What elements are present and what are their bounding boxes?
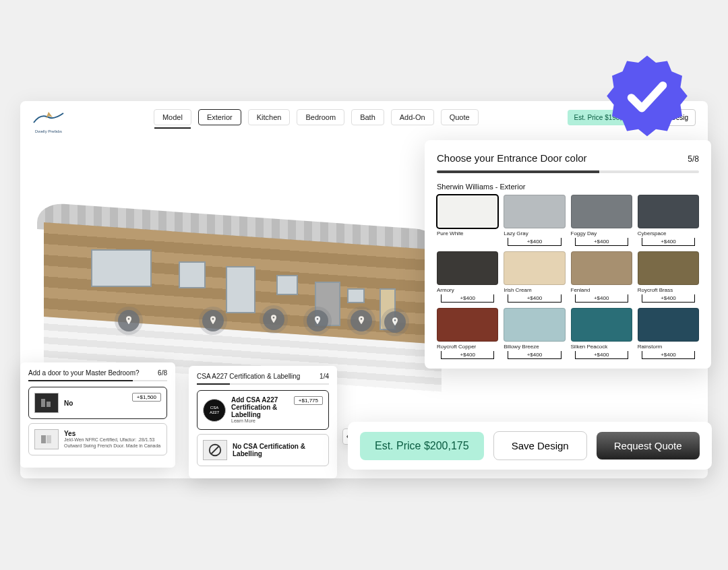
- swatch-grid: Pure WhiteLazy Gray+$400Foggy Day+$400Cy…: [437, 195, 699, 359]
- callout-b-step: 1/4: [320, 373, 329, 380]
- swatch-name: Pure White: [437, 230, 498, 236]
- swatch-chip[interactable]: [504, 308, 565, 342]
- swatch-name: Billowy Breeze: [504, 344, 565, 350]
- swatch-lazy-gray: Lazy Gray+$400: [504, 195, 565, 246]
- color-panel-step: 5/8: [688, 154, 699, 164]
- callout-a-progress: [28, 380, 167, 381]
- swatch-price: +$400: [508, 294, 561, 303]
- swatch-roycroft-copper: Roycroft Copper+$400: [437, 308, 498, 359]
- swatch-roycroft-brass: Roycroft Brass+$400: [638, 251, 699, 303]
- option-label: No: [64, 400, 127, 407]
- svg-rect-1: [47, 402, 51, 407]
- swatch-name: Roycroft Copper: [437, 344, 498, 350]
- option-desc: Jeld-Wen NFRC Certified, Ufactor: .28/1.…: [64, 437, 161, 449]
- brand-name: Dwelly Prefabs: [32, 129, 65, 133]
- svg-line-5: [212, 447, 219, 454]
- request-quote-button[interactable]: Request Quote: [597, 432, 700, 460]
- hotspot-icon[interactable]: [307, 310, 328, 331]
- swatch-pure-white: Pure White: [437, 195, 498, 246]
- option-price: +$1,500: [132, 393, 161, 402]
- swatch-cyberspace: Cyberspace+$400: [638, 195, 699, 246]
- tab-bedroom[interactable]: Bedroom: [297, 109, 344, 125]
- callout-csa-cert: CSA A227 Certification & Labelling 1/4 C…: [189, 366, 337, 478]
- swatch-chip[interactable]: [638, 251, 699, 285]
- swatch-chip[interactable]: [504, 195, 565, 228]
- house-window: [347, 288, 365, 303]
- swatch-irish-cream: Irish Cream+$400: [504, 251, 565, 303]
- estimate-price: Est. Price $200,175: [360, 432, 484, 460]
- tab-model[interactable]: Model: [154, 109, 191, 125]
- option-thumb-icon: [34, 393, 59, 413]
- swatch-chip[interactable]: [571, 308, 632, 342]
- swatch-group-label: Sherwin Williams - Exterior: [437, 183, 699, 191]
- option-label: No CSA Certification & Labelling: [233, 443, 323, 457]
- swatch-chip[interactable]: [571, 251, 632, 285]
- swatch-chip[interactable]: [437, 251, 498, 285]
- option-learn-more[interactable]: Learn More: [231, 418, 289, 424]
- ban-icon: [203, 440, 227, 460]
- swatch-price: +$400: [642, 294, 695, 303]
- cert-badge-icon: CSAA227: [203, 399, 226, 422]
- option-add-cert[interactable]: CSAA227 Add CSA A227 Certification & Lab…: [197, 390, 329, 430]
- swatch-price: +$400: [441, 351, 494, 359]
- option-price: +$1,775: [294, 396, 323, 405]
- swatch-fenland: Fenland+$400: [571, 251, 632, 303]
- option-thumb-icon: [34, 429, 59, 449]
- swatch-price: +$400: [508, 238, 561, 246]
- hotspot-icon[interactable]: [118, 310, 140, 331]
- swatch-price: +$400: [642, 351, 695, 359]
- swatch-chip[interactable]: [638, 195, 699, 228]
- bottom-action-bar: Est. Price $200,175 Save Design Request …: [348, 422, 712, 470]
- swatch-armory: Armory+$400: [437, 251, 498, 303]
- hotspot-icon[interactable]: [263, 309, 284, 330]
- hotspot-icon[interactable]: [384, 311, 406, 333]
- swatch-chip[interactable]: [437, 308, 498, 342]
- option-yes[interactable]: Yes Jeld-Wen NFRC Certified, Ufactor: .2…: [28, 423, 167, 455]
- tab-kitchen[interactable]: Kitchen: [248, 109, 291, 125]
- tab-bath[interactable]: Bath: [351, 109, 384, 125]
- callout-master-bedroom-door: Add a door to your Master Bedroom? 6/8 N…: [20, 362, 175, 468]
- swatch-chip[interactable]: [504, 251, 565, 285]
- swatch-chip[interactable]: [638, 308, 699, 342]
- callout-b-title: CSA A227 Certification & Labelling: [197, 373, 300, 380]
- swatch-name: Fenland: [571, 287, 632, 293]
- swatch-silken-peacock: Silken Peacock+$400: [571, 308, 632, 359]
- color-panel-progress: [437, 170, 699, 173]
- option-no[interactable]: No +$1,500: [28, 387, 167, 419]
- tab-quote[interactable]: Quote: [441, 109, 479, 125]
- swatch-price: +$400: [441, 294, 494, 303]
- verified-badge-icon: [603, 54, 691, 141]
- top-tabs: ModelExteriorKitchenBedroomBathAdd-OnQuo…: [154, 109, 479, 125]
- color-panel-title: Choose your Entrance Door color: [437, 152, 587, 164]
- option-no-cert[interactable]: No CSA Certification & Labelling: [197, 434, 329, 466]
- option-label: Add CSA A227 Certification & Labelling: [231, 396, 289, 418]
- swatch-price: +$400: [575, 294, 628, 303]
- swatch-price: +$400: [508, 351, 561, 359]
- callout-a-step: 6/8: [158, 369, 167, 377]
- swatch-chip[interactable]: [437, 195, 498, 228]
- svg-rect-3: [47, 435, 51, 443]
- house-window: [276, 275, 298, 295]
- swatch-name: Irish Cream: [504, 287, 565, 293]
- hotspot-icon[interactable]: [202, 310, 224, 331]
- callout-a-title: Add a door to your Master Bedroom?: [28, 369, 140, 377]
- color-panel: Choose your Entrance Door color 5/8 Sher…: [425, 140, 711, 369]
- hotspot-icon[interactable]: [351, 310, 372, 331]
- swatch-price: +$400: [575, 351, 628, 359]
- brand-logo: Dwelly Prefabs: [32, 108, 65, 127]
- swatch-name: Silken Peacock: [571, 344, 632, 350]
- house-window: [179, 261, 206, 288]
- swatch-price: +$400: [575, 238, 628, 246]
- tab-add-on[interactable]: Add-On: [391, 109, 434, 125]
- house-window: [91, 249, 152, 287]
- swatch-chip[interactable]: [571, 195, 632, 228]
- tab-exterior[interactable]: Exterior: [198, 109, 241, 125]
- swatch-foggy-day: Foggy Day+$400: [571, 195, 632, 246]
- swatch-name: Armory: [437, 287, 498, 293]
- swatch-name: Foggy Day: [571, 230, 632, 236]
- save-design-button[interactable]: Save Design: [493, 431, 587, 460]
- swatch-billowy-breeze: Billowy Breeze+$400: [504, 308, 565, 359]
- callout-b-progress: [197, 383, 329, 385]
- option-label: Yes: [64, 430, 161, 437]
- svg-rect-2: [41, 435, 46, 443]
